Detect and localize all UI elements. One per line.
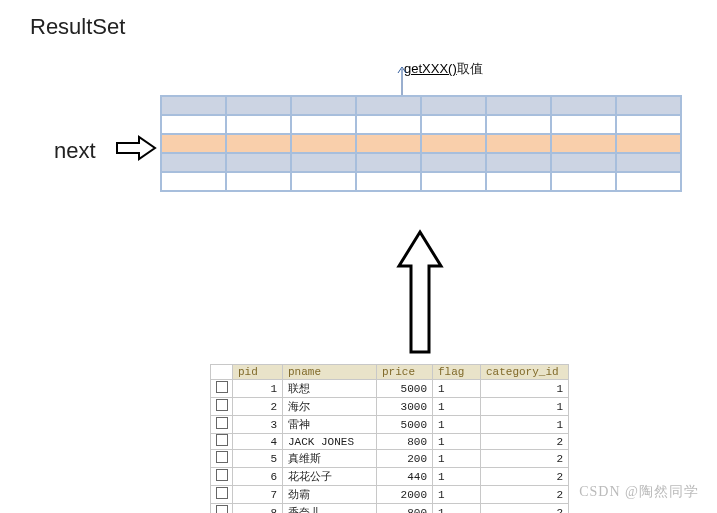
grid-row [161,96,681,115]
right-arrow-icon [115,133,157,163]
grid-cell [486,172,551,191]
grid-cell [356,153,421,172]
next-label: next [54,138,96,164]
cell-pname: 真维斯 [283,450,377,468]
grid-row [161,115,681,134]
grid-cell [161,115,226,134]
row-checkbox[interactable] [211,486,233,504]
cell-price: 2000 [377,486,433,504]
getxxx-label: getXXX()取值 [404,60,483,78]
table-row: 8 香奈儿 800 1 2 [211,504,569,514]
cell-category: 2 [481,468,569,486]
grid-cell [616,115,681,134]
cell-pname: JACK JONES [283,434,377,450]
big-up-arrow-icon [395,228,445,356]
grid-cell [161,153,226,172]
grid-cell [551,153,616,172]
grid-cell [356,96,421,115]
cell-price: 800 [377,434,433,450]
cell-pid: 2 [233,398,283,416]
cell-category: 1 [481,416,569,434]
cell-category: 1 [481,380,569,398]
row-checkbox[interactable] [211,398,233,416]
row-checkbox[interactable] [211,450,233,468]
grid-cell [356,172,421,191]
page-title: ResultSet [30,14,125,40]
db-header-flag: flag [433,365,481,380]
grid-cell [421,172,486,191]
cell-pname: 联想 [283,380,377,398]
cell-flag: 1 [433,416,481,434]
grid-row-current [161,134,681,153]
row-checkbox[interactable] [211,416,233,434]
grid-cell [616,96,681,115]
cell-price: 3000 [377,398,433,416]
grid-cell [161,134,226,153]
grid-cell [291,115,356,134]
grid-cell [486,153,551,172]
getxxx-method: getXXX() [404,61,457,76]
grid-cell [421,134,486,153]
cell-pid: 4 [233,434,283,450]
table-row: 3 雷神 5000 1 1 [211,416,569,434]
diagram-root: ResultSet getXXX()取值 next [0,0,717,513]
cell-category: 1 [481,398,569,416]
cell-pid: 1 [233,380,283,398]
cell-price: 800 [377,504,433,514]
cell-flag: 1 [433,398,481,416]
grid-cell [291,153,356,172]
grid-cell [551,96,616,115]
cell-pname: 花花公子 [283,468,377,486]
cell-pid: 8 [233,504,283,514]
cell-flag: 1 [433,434,481,450]
grid-cell [291,134,356,153]
db-header-row: pid pname price flag category_id [211,365,569,380]
grid-cell [226,134,291,153]
table-row: 5 真维斯 200 1 2 [211,450,569,468]
db-header-price: price [377,365,433,380]
db-header-checkbox [211,365,233,380]
grid-cell [551,115,616,134]
grid-cell [421,115,486,134]
grid-cell [616,153,681,172]
getxxx-suffix: 取值 [457,61,483,76]
cell-category: 2 [481,486,569,504]
grid-cell [356,134,421,153]
cell-pname: 海尔 [283,398,377,416]
grid-cell [616,172,681,191]
db-header-pname: pname [283,365,377,380]
grid-cell [226,96,291,115]
cell-pid: 3 [233,416,283,434]
grid-cell [291,96,356,115]
table-row: 4 JACK JONES 800 1 2 [211,434,569,450]
db-table: pid pname price flag category_id 1 联想 50… [210,364,569,513]
grid-row [161,153,681,172]
table-row: 1 联想 5000 1 1 [211,380,569,398]
cell-pid: 5 [233,450,283,468]
cell-category: 2 [481,450,569,468]
row-checkbox[interactable] [211,504,233,514]
cell-category: 2 [481,434,569,450]
cell-price: 440 [377,468,433,486]
row-checkbox[interactable] [211,468,233,486]
resultset-grid [160,95,682,192]
grid-cell [226,115,291,134]
db-body: 1 联想 5000 1 1 2 海尔 3000 1 1 3 雷神 5000 1 … [211,380,569,514]
cell-flag: 1 [433,380,481,398]
cell-flag: 1 [433,504,481,514]
grid-cell [486,134,551,153]
grid-cell [421,153,486,172]
grid-cell [161,96,226,115]
row-checkbox[interactable] [211,380,233,398]
grid-cell [421,96,486,115]
grid-cell [551,134,616,153]
cell-flag: 1 [433,486,481,504]
row-checkbox[interactable] [211,434,233,450]
table-row: 6 花花公子 440 1 2 [211,468,569,486]
grid-cell [356,115,421,134]
cell-category: 2 [481,504,569,514]
table-row: 7 劲霸 2000 1 2 [211,486,569,504]
grid-cell [486,96,551,115]
grid-cell [551,172,616,191]
grid-cell [161,172,226,191]
